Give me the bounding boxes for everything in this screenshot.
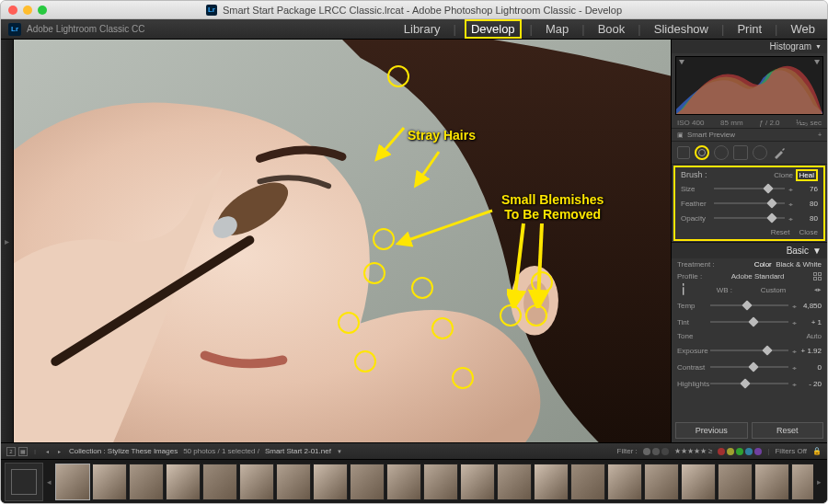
module-map[interactable]: Map [541, 21, 573, 37]
wb-value[interactable]: Custom [761, 286, 787, 294]
spot-removal-tool-icon[interactable] [695, 145, 709, 160]
grid-view-icon[interactable]: ▦ [18, 447, 28, 456]
treatment-color[interactable]: Color [754, 260, 772, 269]
svg-point-2 [523, 281, 549, 326]
filmstrip-thumb[interactable] [313, 464, 348, 500]
redeye-tool-icon[interactable] [714, 145, 729, 160]
basic-header[interactable]: Basic [787, 246, 809, 256]
feather-slider[interactable]: Feather ◂▸ 80 [681, 197, 818, 210]
histogram-display[interactable] [675, 56, 823, 115]
profile-browser-icon[interactable] [813, 272, 822, 281]
filmstrip[interactable]: ◂ ▸ [1, 459, 827, 503]
module-library[interactable]: Library [399, 21, 445, 37]
radial-filter-icon[interactable] [753, 145, 767, 160]
filter-lock-icon[interactable]: 🔒 [812, 447, 822, 455]
module-picker-bar: Lr Adobe Lightroom Classic CC Library| D… [1, 19, 827, 40]
module-develop[interactable]: Develop [465, 19, 522, 39]
module-print[interactable]: Print [732, 21, 766, 37]
module-slideshow[interactable]: Slideshow [650, 21, 713, 37]
filmstrip-thumb[interactable] [166, 464, 201, 500]
mac-titlebar: Lr Smart Start Package LRCC Classic.lrca… [1, 1, 827, 19]
filmstrip-thumb[interactable] [644, 464, 679, 500]
filmstrip-thumb[interactable] [55, 464, 90, 500]
exposure-slider[interactable]: Exposure ◂▸ + 1.92 [672, 344, 827, 357]
filmstrip-thumb[interactable] [92, 464, 127, 500]
module-book[interactable]: Book [593, 21, 630, 37]
temp-slider[interactable]: Temp ◂▸ 4,850 [672, 299, 827, 312]
filmstrip-thumb[interactable] [423, 464, 458, 500]
window-title: Smart Start Package LRCC Classic.lrcat -… [223, 5, 622, 16]
brush-close[interactable]: Close [799, 228, 818, 236]
filmstrip-thumb[interactable] [718, 464, 753, 500]
profile-value[interactable]: Adobe Standard [731, 272, 785, 281]
filmstrip-thumb[interactable] [607, 464, 642, 500]
collection-crumb[interactable]: Collection : Stylize These Images [69, 447, 178, 455]
filename-crumb[interactable]: Smart Start 2-01.nef [265, 447, 331, 455]
filmstrip-thumb[interactable] [534, 464, 569, 500]
histo-iso: ISO 400 [677, 119, 704, 127]
filmstrip-thumb[interactable] [350, 464, 385, 500]
auto-button[interactable]: Auto [807, 332, 822, 340]
right-panel: Histogram▼ ISO 400 85 mm ƒ / 2.0 ¹⁄₁₂₅ s… [671, 40, 827, 442]
chevron-down-icon[interactable]: ▼ [812, 246, 822, 256]
flag-filters[interactable] [643, 448, 669, 455]
brush-label: Brush : [681, 170, 707, 179]
second-window-icon[interactable]: 2 [6, 447, 16, 456]
back-icon[interactable]: ◂ [42, 447, 52, 456]
color-filters[interactable] [718, 448, 762, 455]
brush-tool-icon[interactable] [772, 145, 787, 160]
filmstrip-thumb[interactable] [681, 464, 716, 500]
image-canvas[interactable]: Stray Hairs Small Blemishes To Be Remove… [14, 40, 671, 442]
crop-tool-icon[interactable] [677, 146, 690, 159]
tint-slider[interactable]: Tint ◂▸ + 1 [672, 315, 827, 328]
brand-label: Adobe Lightroom Classic CC [27, 24, 144, 34]
tone-label: Tone [677, 332, 693, 340]
secondary-toolbar: 2 ▦ | ◂ ▸ Collection : Stylize These Ima… [1, 442, 827, 459]
filmstrip-thumb[interactable] [386, 464, 421, 500]
preview-image [14, 40, 671, 442]
photo-count: 50 photos / 1 selected / [183, 447, 259, 455]
filmstrip-thumb[interactable] [276, 464, 311, 500]
filmstrip-thumb[interactable] [460, 464, 495, 500]
navigator-thumb[interactable] [5, 463, 43, 501]
previous-button[interactable]: Previous [675, 422, 748, 439]
mode-clone[interactable]: Clone [774, 171, 793, 179]
treatment-bw[interactable]: Black & White [776, 260, 822, 269]
forward-icon[interactable]: ▸ [54, 447, 63, 456]
wb-dropdown-icon[interactable]: ◂▸ [814, 286, 822, 293]
lightroom-icon: Lr [206, 5, 217, 16]
spot-removal-panel: Brush : Clone Heal Size ◂▸ 76 Feather ◂▸ [673, 166, 825, 241]
opacity-slider[interactable]: Opacity ◂▸ 80 [681, 212, 818, 224]
filmstrip-thumb[interactable] [129, 464, 164, 500]
reset-button[interactable]: Reset [752, 422, 824, 439]
filmstrip-thumb[interactable] [754, 464, 789, 500]
histogram-header[interactable]: Histogram [769, 41, 811, 52]
module-web[interactable]: Web [787, 21, 821, 37]
smart-preview-label: Smart Preview [687, 131, 735, 139]
filmstrip-prev-icon[interactable]: ◂ [45, 477, 53, 487]
filmstrip-thumb[interactable] [570, 464, 605, 500]
filters-off[interactable]: Filters Off [775, 447, 807, 455]
graduated-filter-icon[interactable] [733, 145, 748, 160]
filmstrip-thumb[interactable] [202, 464, 237, 500]
brush-reset[interactable]: Reset [771, 228, 790, 236]
histo-focal: 85 mm [720, 119, 742, 127]
chevron-down-icon[interactable]: ▼ [815, 43, 822, 50]
svg-marker-11 [679, 60, 684, 64]
mode-heal[interactable]: Heal [796, 169, 818, 181]
contrast-slider[interactable]: Contrast ◂▸ 0 [672, 361, 827, 373]
eyedropper-icon[interactable] [675, 282, 691, 298]
histo-shutter: ¹⁄₁₂₅ sec [796, 119, 822, 127]
filmstrip-thumb[interactable] [791, 464, 813, 500]
filmstrip-thumb[interactable] [239, 464, 274, 500]
size-slider[interactable]: Size ◂▸ 76 [681, 182, 818, 195]
filmstrip-thumb[interactable] [497, 464, 532, 500]
svg-marker-12 [814, 60, 820, 64]
profile-label: Profile : [677, 272, 702, 281]
left-panel-collapsed[interactable]: ▸ [1, 40, 14, 442]
histo-aperture: ƒ / 2.0 [759, 119, 779, 127]
filmstrip-next-icon[interactable]: ▸ [815, 477, 823, 487]
lightroom-logo-icon: Lr [8, 23, 21, 36]
highlights-slider[interactable]: Highlights ◂▸ - 20 [672, 377, 827, 390]
wb-label: WB : [717, 286, 732, 294]
